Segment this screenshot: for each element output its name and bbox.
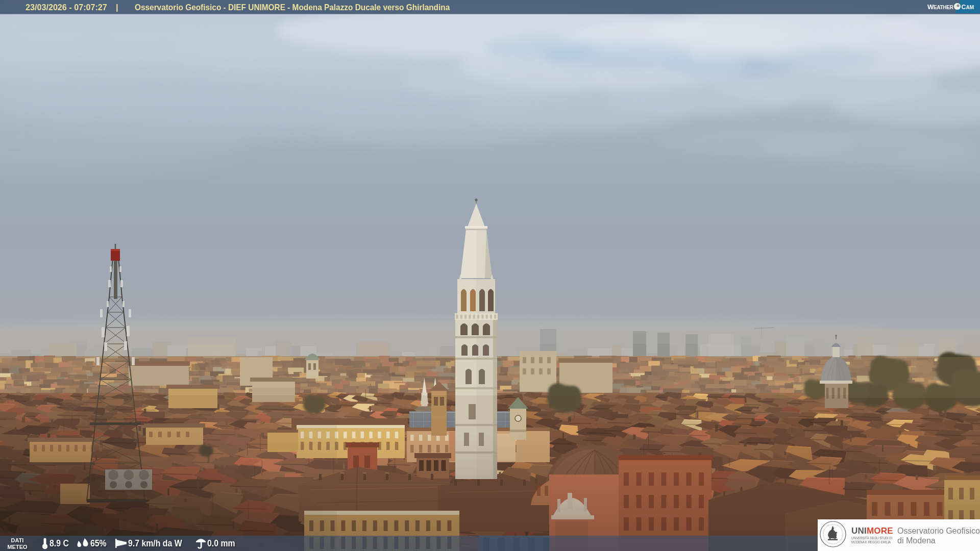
svg-text:UNIMORE: UNIMORE <box>851 526 893 536</box>
svg-text:Osservatorio Geofisico: Osservatorio Geofisico <box>897 527 980 535</box>
svg-text:MODENA E REGGIO EMILIA: MODENA E REGGIO EMILIA <box>851 540 891 544</box>
svg-text:WEATHER: WEATHER <box>927 3 954 11</box>
svg-text:UNIVERSITÀ DEGLI STUDI DI: UNIVERSITÀ DEGLI STUDI DI <box>851 536 892 540</box>
svg-text:di Modena: di Modena <box>897 536 936 545</box>
svg-text:CAM: CAM <box>962 4 974 11</box>
